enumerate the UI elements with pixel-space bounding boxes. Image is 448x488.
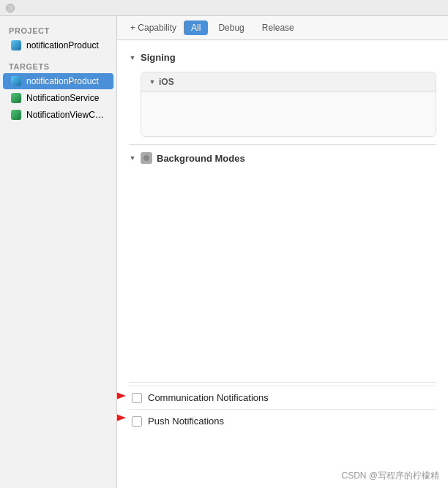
section-divider-2 — [129, 382, 436, 383]
sidebar-target-label-2: NotificationViewCo... — [26, 110, 107, 120]
signing-header: ▼ Signing — [129, 48, 436, 66]
section-divider-1 — [129, 144, 436, 145]
communication-notifications-checkbox[interactable] — [132, 393, 142, 403]
window-close-button[interactable] — [6, 4, 15, 12]
add-capability-button[interactable]: + Capability — [126, 21, 181, 34]
bg-modes-icon — [141, 152, 152, 164]
sidebar-item-notification-product[interactable]: notificationProduct — [3, 73, 113, 89]
targets-section-title: TARGETS — [0, 59, 116, 72]
project-icon — [10, 40, 22, 51]
ios-label: iOS — [159, 77, 174, 87]
background-modes-section: ▼ Background Modes — [129, 148, 436, 167]
tab-all[interactable]: All — [184, 20, 208, 35]
tab-release[interactable]: Release — [255, 20, 302, 35]
sidebar-project-label: notificationProduct — [26, 40, 99, 50]
sidebar-item-notification-viewco[interactable]: NotificationViewCo... — [3, 107, 113, 123]
project-section-title: PROJECT — [0, 23, 116, 37]
content-spacer — [129, 174, 436, 379]
sidebar-target-label-0: notificationProduct — [26, 76, 99, 86]
capability-item-communication: Communication Notifications — [129, 386, 436, 409]
signing-chevron-icon: ▼ — [129, 54, 136, 61]
tab-debug[interactable]: Debug — [211, 20, 251, 35]
ios-header: ▼ iOS — [141, 72, 436, 92]
watermark: CSDN @写程序的柠檬精 — [341, 470, 439, 482]
title-bar — [0, 0, 448, 16]
sidebar-target-label-1: NotificationService — [26, 93, 99, 103]
capabilities-container: Communication Notifications Push Notific… — [129, 386, 436, 432]
bg-chevron-icon: ▼ — [129, 154, 136, 162]
push-notifications-label: Push Notifications — [148, 416, 224, 427]
ios-chevron-icon: ▼ — [149, 78, 156, 86]
svg-point-0 — [143, 155, 149, 161]
tab-bar: + Capability All Debug Release — [117, 16, 448, 40]
ios-content-area — [141, 92, 436, 136]
sidebar-item-notification-service[interactable]: NotificationService — [3, 90, 113, 106]
signing-label: Signing — [141, 52, 176, 63]
capability-item-push: Push Notifications — [129, 409, 436, 432]
red-arrows-overlay — [117, 386, 129, 444]
main-layout: PROJECT notificationProduct TARGETS noti… — [0, 16, 448, 488]
push-notifications-checkbox[interactable] — [132, 416, 142, 427]
ios-subsection: ▼ iOS — [141, 72, 436, 137]
signing-section: ▼ Signing ▼ iOS — [129, 48, 436, 137]
target-service-icon-2 — [10, 109, 22, 121]
background-modes-header: ▼ Background Modes — [129, 148, 436, 167]
communication-notifications-label: Communication Notifications — [148, 392, 269, 403]
background-modes-label: Background Modes — [157, 153, 245, 164]
sidebar-item-project[interactable]: notificationProduct — [3, 37, 113, 53]
sidebar: PROJECT notificationProduct TARGETS noti… — [0, 16, 117, 488]
content-scroll[interactable]: ▼ Signing ▼ iOS ▼ — [117, 40, 448, 488]
target-app-icon — [10, 75, 22, 87]
target-service-icon-1 — [10, 92, 22, 104]
content-area: + Capability All Debug Release ▼ Signing… — [117, 16, 448, 488]
